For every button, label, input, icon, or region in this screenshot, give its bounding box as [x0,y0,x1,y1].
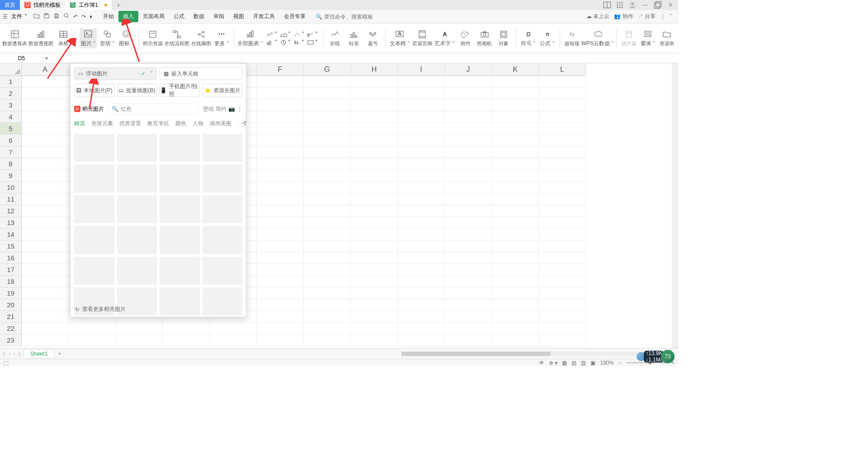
cell[interactable] [22,135,69,146]
image-thumbnail[interactable] [160,257,200,285]
cell[interactable] [257,264,304,276]
cell[interactable] [351,311,398,323]
cell[interactable] [445,99,492,111]
sheet-first-icon[interactable]: |‹ [3,351,6,357]
cell[interactable] [304,76,351,88]
cell[interactable] [257,123,304,135]
view-break-icon[interactable]: ▥ [581,360,586,366]
cell[interactable] [351,182,398,193]
docer-resource-button[interactable]: 稻壳资源 [142,29,163,48]
cell[interactable] [539,311,586,323]
cell[interactable] [351,76,398,88]
cell[interactable] [22,111,69,123]
cell[interactable] [539,299,586,311]
object-button[interactable]: 对象 [495,29,512,48]
cell[interactable] [351,217,398,229]
image-thumbnail[interactable] [203,226,243,254]
cell[interactable] [445,135,492,146]
cell[interactable] [304,240,351,252]
row-header-20[interactable]: 20 [0,299,22,311]
apps-icon[interactable] [616,1,624,9]
cell[interactable] [492,182,539,193]
equation-button[interactable]: π公式 ˅ [539,28,556,48]
cell[interactable] [304,205,351,217]
cell[interactable] [163,334,210,346]
cell[interactable] [398,205,445,217]
wps-cloud-data-button[interactable]: WPS云数据 ˅ [582,28,613,48]
cell[interactable] [257,205,304,217]
cell[interactable] [539,111,586,123]
cell[interactable] [539,205,586,217]
cat-illustration[interactable]: 插画美图 [210,120,231,127]
cell[interactable] [398,135,445,146]
cell[interactable] [116,323,163,334]
cell[interactable] [445,217,492,229]
cell[interactable] [539,99,586,111]
cell[interactable] [539,88,586,99]
filter-simple[interactable]: 简约 [216,105,226,113]
cell[interactable] [304,123,351,135]
cell[interactable] [398,76,445,88]
search-input[interactable] [324,14,378,20]
cell[interactable] [398,299,445,311]
cell[interactable] [257,182,304,193]
cell[interactable] [492,311,539,323]
camera-button[interactable]: 照相机 [476,29,493,48]
cell[interactable] [351,99,398,111]
eye-icon[interactable]: 👁 [539,360,544,366]
cell[interactable] [539,334,586,346]
cell[interactable] [445,334,492,346]
pie-chart-mini[interactable]: ˅ [278,39,292,46]
cell[interactable] [492,99,539,111]
avatar-icon[interactable] [628,1,637,9]
camera-filter-icon[interactable]: 📷 [228,106,235,112]
cell[interactable] [445,146,492,158]
cell[interactable] [351,264,398,276]
image-thumbnail[interactable] [203,195,243,223]
cell[interactable] [351,135,398,146]
close-button[interactable]: ✕ [666,1,675,9]
cell[interactable] [351,276,398,287]
cell[interactable] [22,123,69,135]
combo-chart-mini[interactable]: ˅ [306,31,319,38]
cell[interactable] [445,123,492,135]
image-search[interactable]: 🔍 [108,103,199,114]
cell[interactable] [351,146,398,158]
cell[interactable] [257,311,304,323]
header-footer-button[interactable]: 页眉页脚 [412,29,432,48]
cell[interactable] [351,229,398,240]
image-search-input[interactable] [121,106,195,112]
cell[interactable] [492,252,539,264]
image-thumbnail[interactable] [160,134,200,162]
cell[interactable] [304,99,351,111]
cell[interactable] [304,217,351,229]
cell[interactable] [398,276,445,287]
cell[interactable] [539,158,586,170]
row-header-1[interactable]: 1 [0,76,22,88]
scatter-chart-mini[interactable]: ˅ [292,31,306,38]
cell[interactable] [539,193,586,205]
form-control-button[interactable]: 窗体 ˅ [639,28,656,48]
wordart-button[interactable]: A艺术字 ˅ [434,28,455,48]
cell[interactable] [304,264,351,276]
more-filter-icon[interactable]: ⋮ [237,106,242,112]
cell[interactable] [22,299,69,311]
sheet-next-icon[interactable]: › [13,351,15,357]
cell[interactable] [22,240,69,252]
cell[interactable] [539,76,586,88]
image-thumbnail[interactable] [203,164,243,193]
image-thumbnail[interactable] [203,257,243,285]
layout-icon[interactable] [603,1,611,9]
cell[interactable] [304,287,351,299]
tab-review[interactable]: 审阅 [209,11,229,22]
cell[interactable] [445,170,492,182]
cell[interactable] [351,123,398,135]
record-macro-icon[interactable]: ⬚ [4,360,9,366]
cell[interactable] [445,287,492,299]
row-header-6[interactable]: 6 [0,135,22,146]
col-header-I[interactable]: I [398,63,445,76]
cell[interactable] [398,123,445,135]
maximize-button[interactable] [654,1,662,9]
image-thumbnail[interactable] [74,226,114,254]
zoom-value[interactable]: 190% [600,360,614,366]
